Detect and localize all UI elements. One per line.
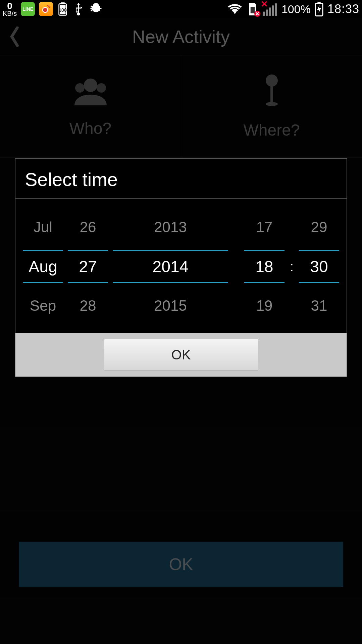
- month-current[interactable]: Aug: [23, 250, 63, 283]
- dialog-title: Select time: [15, 159, 347, 199]
- year-picker[interactable]: 2013 2014 2015: [113, 212, 228, 321]
- hour-picker[interactable]: 17 18 19: [244, 212, 285, 321]
- svg-rect-11: [272, 5, 274, 16]
- dialog-footer: OK: [15, 333, 347, 377]
- kbs-value: 0: [7, 2, 12, 10]
- signal-icon: ✕: [263, 2, 278, 16]
- svg-rect-10: [269, 7, 271, 16]
- wifi-icon: [227, 3, 243, 15]
- month-next[interactable]: Sep: [30, 291, 56, 321]
- time-colon: :: [289, 259, 294, 274]
- hour-next[interactable]: 19: [256, 291, 272, 321]
- month-picker[interactable]: Jul Aug Sep: [23, 212, 63, 321]
- day-picker[interactable]: 26 27 28: [68, 212, 108, 321]
- day-prev[interactable]: 26: [80, 212, 96, 242]
- day-next[interactable]: 28: [80, 291, 96, 321]
- status-bar: 0 KB/s LINE 100: [0, 0, 362, 18]
- datetime-pickers: Jul Aug Sep 26 27 28 2013 2014 2015 17 1…: [15, 199, 347, 333]
- svg-text:100: 100: [59, 8, 67, 13]
- no-signal-x-icon: ✕: [261, 0, 268, 9]
- status-clock: 18:33: [327, 2, 359, 16]
- sim-card-icon: [246, 2, 259, 16]
- svg-rect-12: [275, 3, 277, 16]
- usb-icon: [72, 2, 85, 16]
- line-app-icon: LINE: [21, 2, 35, 16]
- year-next[interactable]: 2015: [154, 291, 187, 321]
- battery-charging-icon: [314, 2, 324, 16]
- weibo-app-icon: [39, 2, 53, 16]
- battery-level-icon: 100: [57, 2, 68, 16]
- month-prev[interactable]: Jul: [34, 212, 52, 242]
- minute-picker[interactable]: 29 30 31: [299, 212, 339, 321]
- hour-current[interactable]: 18: [244, 250, 285, 283]
- debug-icon: [89, 2, 103, 16]
- svg-point-1: [43, 8, 48, 12]
- kbs-unit: KB/s: [3, 10, 17, 16]
- minute-prev[interactable]: 29: [311, 212, 327, 242]
- hour-prev[interactable]: 17: [256, 212, 272, 242]
- year-prev[interactable]: 2013: [154, 212, 187, 242]
- dialog-ok-button[interactable]: OK: [104, 339, 258, 370]
- network-speed: 0 KB/s: [3, 2, 17, 16]
- minute-next[interactable]: 31: [311, 291, 327, 321]
- day-current[interactable]: 27: [68, 250, 108, 283]
- year-current[interactable]: 2014: [113, 250, 228, 283]
- minute-current[interactable]: 30: [299, 250, 339, 283]
- svg-rect-9: [266, 10, 268, 16]
- select-time-dialog: Select time Jul Aug Sep 26 27 28 2013 20…: [15, 158, 347, 377]
- battery-percent: 100%: [281, 3, 311, 16]
- svg-rect-8: [263, 12, 265, 16]
